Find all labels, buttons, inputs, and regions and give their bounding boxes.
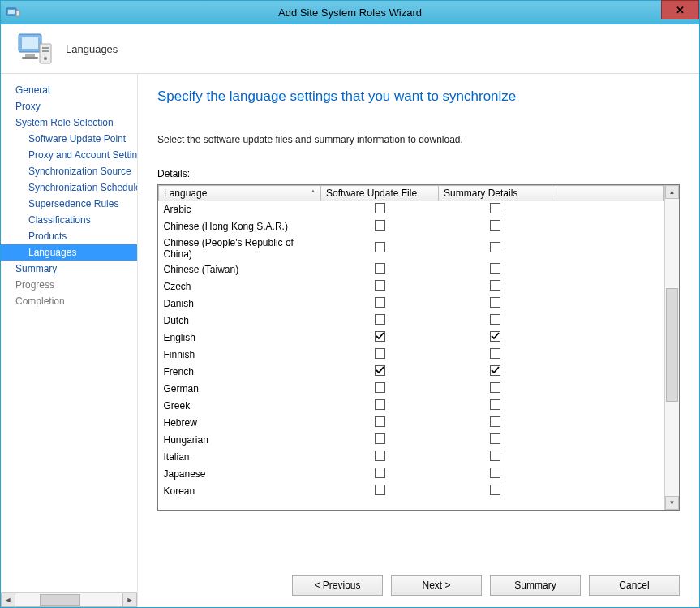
checkbox[interactable] <box>375 203 385 213</box>
scroll-right-icon[interactable]: ► <box>122 593 137 607</box>
sidebar-horizontal-scrollbar[interactable]: ◄ ► <box>1 592 137 607</box>
checkbox[interactable] <box>490 203 500 213</box>
banner-icon <box>15 29 54 68</box>
checkbox[interactable] <box>490 297 500 308</box>
table-row[interactable]: Korean <box>159 483 664 500</box>
table-row[interactable]: Italian <box>159 449 664 466</box>
table-row[interactable]: Dutch <box>159 313 664 330</box>
cell-spacer <box>552 330 664 347</box>
checkbox[interactable] <box>490 451 500 461</box>
checkbox[interactable] <box>490 331 500 342</box>
nav-item-proxy-and-account-settings[interactable]: Proxy and Account Settings <box>1 147 137 163</box>
scroll-left-icon[interactable]: ◄ <box>1 593 15 607</box>
footer-buttons: < Previous Next > Summary Cancel <box>157 558 680 596</box>
table-row[interactable]: Greek <box>159 398 664 415</box>
summary-button[interactable]: Summary <box>490 575 581 596</box>
nav-item-software-update-point[interactable]: Software Update Point <box>1 131 137 147</box>
table-row[interactable]: Chinese (Taiwan) <box>159 261 664 278</box>
checkbox[interactable] <box>375 280 385 291</box>
previous-button[interactable]: < Previous <box>292 575 383 596</box>
scroll-thumb[interactable] <box>40 594 80 606</box>
cell-summary-checkbox <box>439 313 552 330</box>
grid-vertical-scrollbar[interactable]: ▲ ▼ <box>664 185 679 510</box>
nav-item-summary[interactable]: Summary <box>1 261 137 277</box>
checkbox[interactable] <box>490 468 500 478</box>
table-row[interactable]: Chinese (People's Republic of China) <box>159 235 664 261</box>
nav-item-completion: Completion <box>1 293 137 309</box>
checkbox[interactable] <box>490 416 500 427</box>
scroll-up-icon[interactable]: ▲ <box>665 185 679 199</box>
cell-language: Hebrew <box>159 415 321 432</box>
checkbox[interactable] <box>490 365 500 376</box>
scroll-track-v[interactable] <box>665 199 679 496</box>
checkbox[interactable] <box>490 242 500 252</box>
svg-rect-8 <box>42 47 49 49</box>
svg-rect-2 <box>16 11 19 16</box>
checkbox[interactable] <box>490 433 500 444</box>
col-file[interactable]: Software Update File <box>321 186 439 201</box>
checkbox[interactable] <box>375 220 385 231</box>
cell-spacer <box>552 261 664 278</box>
nav-item-system-role-selection[interactable]: System Role Selection <box>1 114 137 131</box>
next-button[interactable]: Next > <box>391 575 482 596</box>
checkbox[interactable] <box>375 331 385 342</box>
table-row[interactable]: French <box>159 364 664 381</box>
nav-item-products[interactable]: Products <box>1 228 137 244</box>
checkbox[interactable] <box>375 468 385 478</box>
cell-language: Korean <box>159 483 321 500</box>
checkbox[interactable] <box>490 314 500 325</box>
checkbox[interactable] <box>490 348 500 359</box>
checkbox[interactable] <box>375 485 385 495</box>
cell-summary-checkbox <box>439 432 552 449</box>
checkbox[interactable] <box>490 485 500 495</box>
table-row[interactable]: Japanese <box>159 466 664 483</box>
col-language[interactable]: Language ▲ <box>159 186 321 201</box>
checkbox[interactable] <box>375 263 385 274</box>
checkbox[interactable] <box>375 314 385 325</box>
checkbox[interactable] <box>375 242 385 252</box>
cell-file-checkbox <box>321 330 439 347</box>
table-row[interactable]: English <box>159 330 664 347</box>
cell-spacer <box>552 313 664 330</box>
checkbox[interactable] <box>375 348 385 359</box>
cancel-button[interactable]: Cancel <box>589 575 680 596</box>
table-row[interactable]: Chinese (Hong Kong S.A.R.) <box>159 218 664 235</box>
svg-rect-4 <box>22 37 38 49</box>
col-summary[interactable]: Summary Details <box>439 186 552 201</box>
checkbox[interactable] <box>375 365 385 376</box>
table-row[interactable]: Hebrew <box>159 415 664 432</box>
checkbox[interactable] <box>375 416 385 427</box>
table-row[interactable]: Danish <box>159 295 664 313</box>
checkbox[interactable] <box>375 382 385 393</box>
svg-rect-1 <box>8 10 15 14</box>
table-row[interactable]: Finnish <box>159 347 664 364</box>
table-row[interactable]: Arabic <box>159 201 664 218</box>
checkbox[interactable] <box>490 399 500 410</box>
nav-item-proxy[interactable]: Proxy <box>1 98 137 114</box>
checkbox[interactable] <box>375 297 385 308</box>
nav-item-languages[interactable]: Languages <box>1 244 137 261</box>
cell-language: Czech <box>159 278 321 295</box>
cell-spacer <box>552 364 664 381</box>
scroll-track[interactable] <box>15 593 122 607</box>
cell-summary-checkbox <box>439 483 552 500</box>
checkbox[interactable] <box>375 399 385 410</box>
nav-item-classifications[interactable]: Classifications <box>1 212 137 228</box>
checkbox[interactable] <box>490 280 500 291</box>
checkbox[interactable] <box>375 451 385 461</box>
checkbox[interactable] <box>490 263 500 274</box>
scroll-thumb-v[interactable] <box>666 288 678 402</box>
close-button[interactable]: ✕ <box>661 0 699 19</box>
col-file-label: Software Update File <box>326 188 417 199</box>
checkbox[interactable] <box>490 382 500 393</box>
scroll-down-icon[interactable]: ▼ <box>665 496 679 510</box>
nav-item-synchronization-schedule[interactable]: Synchronization Schedule <box>1 179 137 196</box>
table-row[interactable]: German <box>159 381 664 398</box>
table-row[interactable]: Czech <box>159 278 664 295</box>
table-row[interactable]: Hungarian <box>159 432 664 449</box>
checkbox[interactable] <box>375 433 385 444</box>
nav-item-synchronization-source[interactable]: Synchronization Source <box>1 163 137 179</box>
nav-item-supersedence-rules[interactable]: Supersedence Rules <box>1 196 137 212</box>
nav-item-general[interactable]: General <box>1 82 137 98</box>
checkbox[interactable] <box>490 220 500 231</box>
